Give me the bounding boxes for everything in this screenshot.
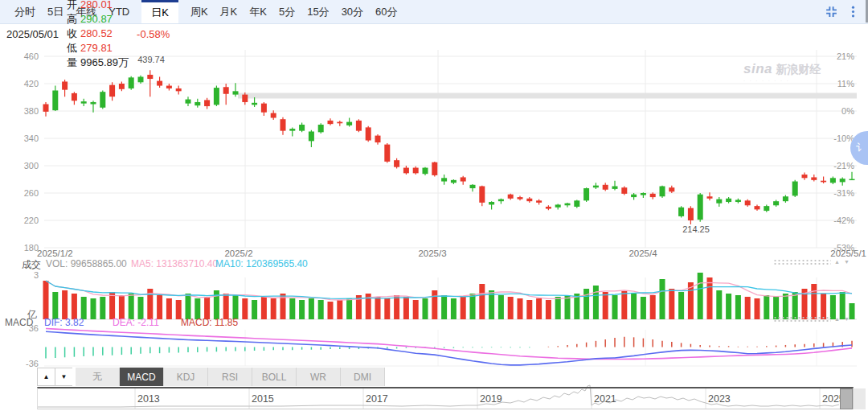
navigator-year-label: 2019 — [480, 393, 502, 405]
date-axis-label: 2025/2 — [190, 249, 287, 258]
indicator-down-button[interactable]: ▼ — [55, 368, 72, 386]
percent-axis-label: -31% — [819, 188, 854, 198]
date-axis-label: 2025/1/2 — [37, 249, 73, 258]
info-field-value: 9965.89万 — [80, 56, 129, 68]
floating-widget-glyph: 讠 — [856, 141, 866, 155]
pane-collapse-up-icon[interactable]: ▲ — [834, 316, 840, 323]
percent-axis-label: 21% — [819, 51, 854, 61]
tab-分时[interactable]: 分时 — [14, 0, 35, 23]
tab-周K[interactable]: 周K — [190, 0, 208, 23]
info-field-label: 量 — [67, 56, 77, 68]
percent-axis-label: 11% — [819, 79, 854, 88]
navigator-year-label: 2023 — [708, 393, 731, 405]
navigator-year-label: 2021 — [594, 393, 616, 405]
indicator-tab-RSI[interactable]: RSI — [208, 368, 252, 386]
macd-value: MACD: 11.85 — [181, 317, 238, 328]
price-axis-label: 300 — [3, 161, 39, 171]
tab-15分[interactable]: 15分 — [307, 0, 329, 23]
date-axis-label: 2025/3 — [384, 249, 481, 258]
tab-日K[interactable]: 日K — [141, 0, 178, 23]
info-field-label: 低 — [67, 42, 77, 54]
percent-axis-label: -10% — [819, 134, 854, 143]
info-fields: 开280.01高290.87收280.52低279.81量9965.89万 — [59, 0, 129, 70]
volume-axis-top: 3 — [3, 270, 39, 280]
high-annotation: 439.74 — [131, 55, 171, 64]
info-field-高: 高290.87 — [67, 12, 129, 27]
navigator-drag-handle[interactable] — [840, 388, 853, 409]
percent-axis-label: -42% — [819, 216, 854, 225]
price-axis-label: 180 — [3, 243, 39, 253]
indicator-tab-DMI[interactable]: DMI — [341, 368, 385, 386]
pane-collapse-down-icon[interactable]: ▼ — [844, 316, 850, 323]
info-field-value: 290.87 — [80, 13, 113, 25]
date-axis-label: 2025/4 — [595, 249, 691, 258]
indicator-tab-BOLL[interactable]: BOLL — [252, 368, 297, 386]
volume-pane-resize-handle[interactable] — [773, 259, 831, 265]
macd-axis-bottom: -36 — [3, 359, 39, 368]
percent-axis-label: -21% — [819, 161, 854, 171]
sina-sub: · · · · · · · · — [743, 78, 821, 83]
chart-canvas[interactable] — [0, 0, 868, 411]
price-axis-label: 340 — [3, 134, 39, 143]
period-toolbar: 分时5日年线YTD日K周K月K年K5分15分30分60分 — [0, 0, 868, 24]
info-field-量: 量9965.89万 — [67, 55, 129, 70]
more-options-icon[interactable] — [846, 5, 860, 18]
navigator-track-end — [854, 388, 866, 409]
price-axis-label: 420 — [3, 79, 39, 88]
info-date: 2025/05/01 — [6, 28, 59, 40]
sina-logo: sina — [743, 61, 772, 76]
navigator-year-label: 2017 — [366, 393, 388, 405]
info-field-value: 280.52 — [80, 27, 113, 39]
volume-ma5: MA5: 131363710.40 — [131, 258, 218, 269]
tab-月K[interactable]: 月K — [220, 0, 238, 23]
info-field-value: 280.01 — [80, 0, 113, 10]
price-axis-label: 380 — [3, 106, 39, 116]
volume-ma10: MA10: 120369565.40 — [215, 258, 308, 269]
indicator-tab-WR[interactable]: WR — [297, 368, 341, 386]
price-axis-label: 220 — [3, 216, 39, 225]
info-field-label: 收 — [67, 27, 77, 39]
pane-collapse-up-icon[interactable]: ▲ — [834, 259, 840, 265]
tab-年K[interactable]: 年K — [249, 0, 267, 23]
ohlc-info-bar: 2025/05/01 开280.01高290.87收280.52低279.81量… — [0, 24, 868, 43]
indicator-tab-MACD[interactable]: MACD — [120, 368, 164, 386]
stock-chart-app: 分时5日年线YTD日K周K月K年K5分15分30分60分 2025/05/01 … — [0, 0, 868, 411]
macd-axis-top: 36 — [3, 323, 39, 333]
volume-value: VOL: 99658865.00 — [46, 258, 127, 269]
macd-dea: DEA: -2.11 — [113, 317, 159, 328]
sina-name: 新浪财经 — [776, 63, 821, 76]
info-field-收: 收280.52 — [67, 27, 129, 41]
low-annotation: 214.25 — [676, 224, 716, 234]
info-field-label: 开 — [67, 0, 77, 10]
info-field-value: 279.81 — [80, 42, 113, 54]
navigator-year-label: 2015 — [252, 393, 274, 405]
sina-watermark: sina 新浪财经 · · · · · · · · — [743, 61, 821, 83]
toolbar-icons — [825, 0, 860, 23]
pane-collapse-down-icon[interactable]: ▼ — [844, 259, 850, 265]
date-axis-label: 2025/5/1 — [770, 249, 866, 258]
tab-30分[interactable]: 30分 — [342, 0, 363, 23]
indicator-tab-strip: ▲▼无MACDKDJRSIBOLLWRDMI — [37, 368, 385, 386]
tab-60分[interactable]: 60分 — [375, 0, 397, 23]
collapse-icon[interactable] — [825, 5, 838, 18]
change-percent: -0.58% — [137, 28, 170, 40]
macd-pane-resize-handle[interactable] — [773, 316, 831, 323]
info-field-label: 高 — [67, 13, 77, 25]
indicator-tab-无[interactable]: 无 — [76, 368, 120, 386]
macd-dif: DIF: 3.82 — [44, 317, 84, 328]
tab-5分[interactable]: 5分 — [279, 0, 295, 23]
info-field-低: 低279.81 — [67, 41, 129, 55]
info-field-开: 开280.01 — [67, 0, 129, 12]
navigator-year-label: 2013 — [137, 393, 160, 405]
price-axis-label: 460 — [3, 51, 39, 61]
price-axis-label: 260 — [3, 188, 39, 198]
percent-axis-label: 0% — [819, 106, 854, 116]
indicator-tab-KDJ[interactable]: KDJ — [164, 368, 208, 386]
indicator-up-button[interactable]: ▲ — [37, 368, 55, 386]
